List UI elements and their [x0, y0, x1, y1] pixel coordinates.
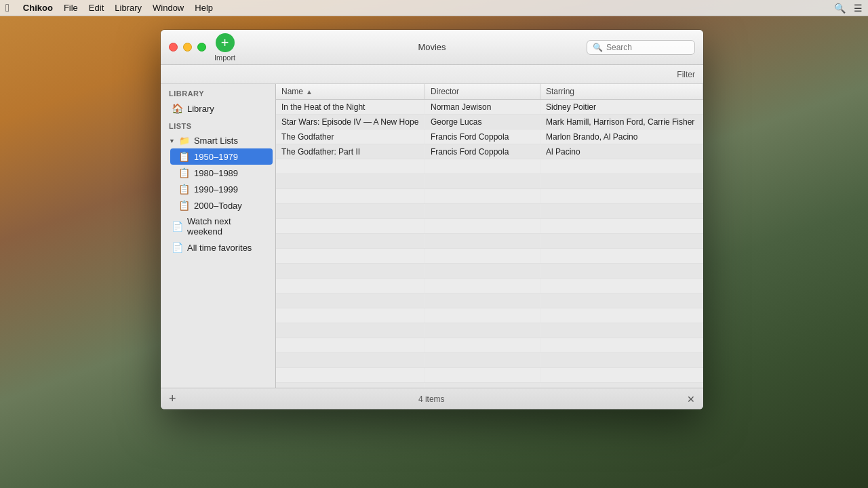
cell-empty [540, 308, 703, 323]
sidebar-item-1980-1989[interactable]: 📋 1980–1989 [167, 165, 275, 181]
cell-director: Francis Ford Coppola [425, 129, 540, 144]
table-row-empty [276, 249, 703, 264]
main-content: LIBRARY 🏠 Library LISTS ▼ 📁 Smart Lists … [161, 84, 703, 388]
cell-empty [425, 338, 540, 352]
cell-director: Norman Jewison [425, 100, 540, 114]
table-row[interactable]: The Godfather: Part IIFrancis Ford Coppo… [276, 144, 703, 159]
cell-empty [276, 234, 425, 248]
cell-empty [540, 293, 703, 308]
smart-lists-children: 📋 1950–1979 📋 1980–1989 📋 1990–1999 📋 20… [161, 148, 275, 214]
cell-empty [276, 204, 425, 218]
filter-bar: Filter [161, 65, 703, 84]
table-row-empty [276, 308, 703, 323]
maximize-button[interactable] [197, 43, 206, 52]
menubar-file[interactable]: File [58, 3, 83, 13]
action-button[interactable]: ✕ [687, 394, 695, 405]
filter-label[interactable]: Filter [677, 70, 695, 79]
table-body: In the Heat of the NightNorman JewisonSi… [276, 100, 703, 388]
table-row-empty [276, 338, 703, 353]
table-row[interactable]: The GodfatherFrancis Ford CoppolaMarlon … [276, 129, 703, 144]
cell-director: Francis Ford Coppola [425, 144, 540, 159]
cell-name: Star Wars: Episode IV — A New Hope [276, 115, 425, 129]
col-header-starring[interactable]: Starring [540, 84, 703, 99]
cell-empty [540, 219, 703, 233]
col-header-director[interactable]: Director [425, 84, 540, 99]
cell-empty [425, 368, 540, 382]
col-header-name[interactable]: Name ▲ [276, 84, 425, 99]
table-row[interactable]: Star Wars: Episode IV — A New HopeGeorge… [276, 115, 703, 129]
menubar:  Chikoo File Edit Library Window Help 🔍… [0, 0, 868, 16]
menubar-window[interactable]: Window [147, 3, 189, 13]
cell-empty [276, 368, 425, 382]
col-starring-label: Starring [546, 87, 574, 96]
cell-empty [425, 353, 540, 367]
table-row-empty [276, 234, 703, 249]
table-row[interactable]: In the Heat of the NightNorman JewisonSi… [276, 100, 703, 115]
sidebar-item-watch-next[interactable]: 📄 Watch next weekend [161, 214, 275, 239]
smart-lists-group: ▼ 📁 Smart Lists 📋 1950–1979 📋 1980–1989 … [161, 133, 275, 214]
cell-empty [276, 353, 425, 367]
cell-empty [425, 234, 540, 248]
import-button[interactable]: + Import [214, 33, 235, 62]
table-area: Name ▲ Director Starring In the Heat of … [276, 84, 703, 388]
cell-empty [540, 159, 703, 174]
smart-lists-header[interactable]: ▼ 📁 Smart Lists [161, 133, 275, 148]
cell-empty [540, 249, 703, 263]
sidebar-watch-next-label: Watch next weekend [187, 216, 267, 237]
sidebar-item-1950-1979[interactable]: 📋 1950–1979 [170, 148, 273, 165]
menubar-chikoo[interactable]: Chikoo [18, 3, 58, 13]
list-menubar-icon[interactable]: ☰ [854, 3, 863, 14]
table-row-empty [276, 383, 703, 388]
table-header: Name ▲ Director Starring [276, 84, 703, 100]
table-row-empty [276, 368, 703, 383]
cell-empty [425, 204, 540, 218]
menubar-edit[interactable]: Edit [83, 3, 109, 13]
cell-empty [540, 353, 703, 367]
table-row-empty [276, 323, 703, 338]
import-label: Import [214, 54, 235, 62]
cell-empty [425, 159, 540, 174]
search-icon: 🔍 [593, 43, 603, 52]
sidebar-item-library[interactable]: 🏠 Library [161, 100, 275, 117]
table-row-empty [276, 159, 703, 174]
apple-menu[interactable]:  [5, 2, 9, 14]
cell-empty [425, 264, 540, 278]
cell-empty [276, 219, 425, 233]
app-window: + Import Movies 🔍 Filter LIBRARY 🏠 Libra… [161, 30, 703, 409]
cell-empty [540, 368, 703, 382]
table-row-empty [276, 293, 703, 308]
cell-starring: Mark Hamill, Harrison Ford, Carrie Fishe… [540, 115, 703, 129]
search-box[interactable]: 🔍 [587, 40, 695, 55]
search-input[interactable] [606, 43, 689, 52]
menubar-help[interactable]: Help [189, 3, 218, 13]
cell-empty [425, 323, 540, 338]
search-menubar-icon[interactable]: 🔍 [834, 3, 846, 14]
add-item-button[interactable]: + [169, 392, 176, 406]
minimize-button[interactable] [183, 43, 192, 52]
titlebar: + Import Movies 🔍 [161, 30, 703, 65]
cell-name: The Godfather: Part II [276, 144, 425, 159]
menubar-library[interactable]: Library [109, 3, 147, 13]
table-row-empty [276, 279, 703, 293]
cell-starring: Marlon Brando, Al Pacino [540, 129, 703, 144]
sidebar-item-1990-1999[interactable]: 📋 1990–1999 [167, 181, 275, 197]
table-row-empty [276, 189, 703, 204]
sidebar-item-all-favorites[interactable]: 📄 All time favorites [161, 239, 275, 256]
smart-list-icon-2: 📋 [178, 184, 190, 195]
close-button[interactable] [169, 43, 178, 52]
cell-empty [425, 279, 540, 293]
table-row-empty [276, 174, 703, 189]
import-plus-icon: + [216, 33, 235, 52]
cell-empty [540, 204, 703, 218]
cell-empty [425, 308, 540, 323]
sidebar-library-label: Library [187, 104, 214, 114]
cell-empty [425, 219, 540, 233]
cell-empty [276, 383, 425, 388]
sidebar: LIBRARY 🏠 Library LISTS ▼ 📁 Smart Lists … [161, 84, 276, 388]
cell-empty [276, 293, 425, 308]
list-icon-watch: 📄 [172, 221, 183, 232]
sidebar-item-2000-today[interactable]: 📋 2000–Today [167, 197, 275, 214]
cell-empty [540, 323, 703, 338]
cell-empty [540, 383, 703, 388]
cell-starring: Sidney Poitier [540, 100, 703, 114]
